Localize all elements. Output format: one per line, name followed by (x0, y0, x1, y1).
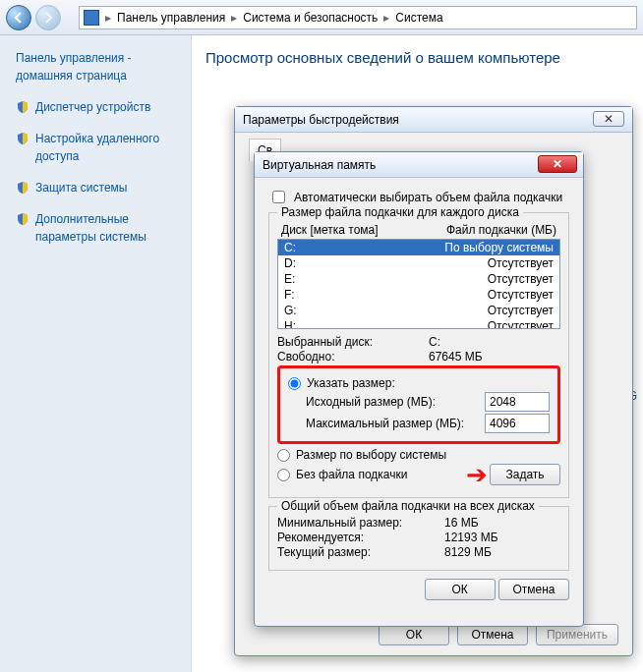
disk-list-row[interactable]: E:Отсутствует (278, 271, 559, 287)
ok-button[interactable]: ОК (425, 579, 496, 600)
min-size-label: Минимальный размер: (277, 516, 435, 530)
no-paging-file-radio[interactable] (277, 469, 290, 481)
recommended-label: Рекомендуется: (277, 531, 435, 544)
dialog-title: Параметры быстродействия (243, 113, 399, 127)
sidebar-item-label[interactable]: Диспетчер устройств (35, 98, 150, 116)
group-legend: Общий объем файла подкачки на всех диска… (277, 499, 539, 513)
sidebar-home-link[interactable]: Панель управления - домашняя страница (16, 49, 181, 84)
close-icon[interactable]: ✕ (538, 155, 577, 173)
dialog-titlebar[interactable]: Виртуальная память ✕ (255, 152, 583, 178)
auto-manage-label: Автоматически выбирать объем файла подка… (294, 191, 562, 204)
set-button[interactable]: Задать (490, 464, 560, 485)
disk-list-row[interactable]: F:Отсутствует (278, 287, 559, 303)
max-size-input[interactable] (485, 414, 550, 433)
disk-list-header-right: Файл подкачки (МБ) (446, 223, 556, 237)
selected-drive-label: Выбранный диск: (277, 335, 415, 349)
sidebar-item[interactable]: Диспетчер устройств (16, 98, 181, 124)
breadcrumb-1[interactable]: Система и безопасность (243, 11, 378, 25)
disk-list-header: Диск [метка тома] Файл подкачки (МБ) (277, 221, 560, 239)
disk-list-row[interactable]: G:Отсутствует (278, 303, 559, 318)
recommended-value: 12193 МБ (444, 531, 498, 544)
shield-icon (16, 181, 29, 195)
chevron-right-icon: ▸ (105, 11, 111, 25)
custom-size-radio[interactable] (288, 377, 301, 390)
sidebar-item-label[interactable]: Настройка удаленного доступа (35, 130, 181, 165)
system-managed-label: Размер по выбору системы (296, 448, 446, 462)
chevron-right-icon: ▸ (383, 11, 389, 25)
disk-list-row[interactable]: D:Отсутствует (278, 255, 559, 271)
forward-button[interactable] (35, 5, 61, 30)
total-group: Общий объем файла подкачки на всех диска… (268, 506, 569, 571)
initial-size-input[interactable] (485, 392, 550, 412)
control-panel-icon (84, 10, 99, 26)
system-managed-radio[interactable] (277, 449, 290, 462)
free-space-label: Свободно: (277, 350, 415, 364)
shield-icon (16, 212, 29, 226)
disk-list-row[interactable]: C:По выбору системы (278, 240, 559, 255)
auto-manage-checkbox-input[interactable] (272, 191, 285, 203)
no-paging-file-label: Без файла подкачки (296, 468, 407, 481)
sidebar: Панель управления - домашняя страница Ди… (0, 35, 191, 672)
dialog-title: Виртуальная память (263, 158, 376, 172)
chevron-right-icon: ▸ (231, 11, 237, 25)
disk-list[interactable]: C:По выбору системыD:ОтсутствуетE:Отсутс… (277, 239, 560, 329)
cancel-button[interactable]: Отмена (457, 624, 528, 645)
virtual-memory-dialog: Виртуальная память ✕ Автоматически выбир… (254, 151, 584, 627)
free-space-value: 67645 МБ (429, 350, 483, 364)
shield-icon (16, 100, 29, 114)
dialog-titlebar[interactable]: Параметры быстродействия ✕ (235, 107, 632, 133)
shield-icon (16, 132, 29, 145)
current-size-value: 8129 МБ (444, 545, 492, 559)
sidebar-item-label[interactable]: Защита системы (35, 179, 127, 196)
highlighted-custom-size-area: Указать размер: Исходный размер (МБ): Ма… (277, 365, 560, 444)
back-button[interactable] (6, 5, 31, 30)
page-title: Просмотр основных сведений о вашем компь… (205, 49, 631, 66)
breadcrumb-0[interactable]: Панель управления (117, 11, 225, 25)
sidebar-item[interactable]: Настройка удаленного доступа (16, 130, 181, 173)
explorer-navbar: ▸ Панель управления ▸ Система и безопасн… (0, 0, 643, 35)
sidebar-item-label[interactable]: Дополнительные параметры системы (35, 210, 181, 246)
sidebar-item[interactable]: Защита системы (16, 179, 181, 204)
close-icon[interactable]: ✕ (593, 111, 624, 127)
cancel-button[interactable]: Отмена (498, 579, 569, 600)
current-size-label: Текущий размер: (277, 545, 435, 559)
group-legend: Размер файла подкачки для каждого диска (277, 205, 523, 219)
auto-manage-checkbox[interactable]: Автоматически выбирать объем файла подка… (268, 188, 569, 206)
apply-button[interactable]: Применить (536, 624, 618, 645)
disk-list-header-left: Диск [метка тома] (281, 223, 379, 237)
per-drive-group: Размер файла подкачки для каждого диска … (268, 212, 569, 498)
breadcrumb-2[interactable]: Система (395, 11, 442, 25)
selected-drive-value: C: (429, 335, 440, 349)
ok-button[interactable]: ОК (379, 624, 449, 645)
initial-size-label: Исходный размер (МБ): (306, 395, 436, 409)
custom-size-label: Указать размер: (307, 376, 395, 390)
disk-list-row[interactable]: H:Отсутствует (278, 318, 559, 329)
max-size-label: Максимальный размер (МБ): (306, 417, 464, 430)
min-size-value: 16 МБ (444, 516, 479, 530)
address-bar[interactable]: ▸ Панель управления ▸ Система и безопасн… (79, 6, 637, 29)
sidebar-item[interactable]: Дополнительные параметры системы (16, 210, 181, 253)
